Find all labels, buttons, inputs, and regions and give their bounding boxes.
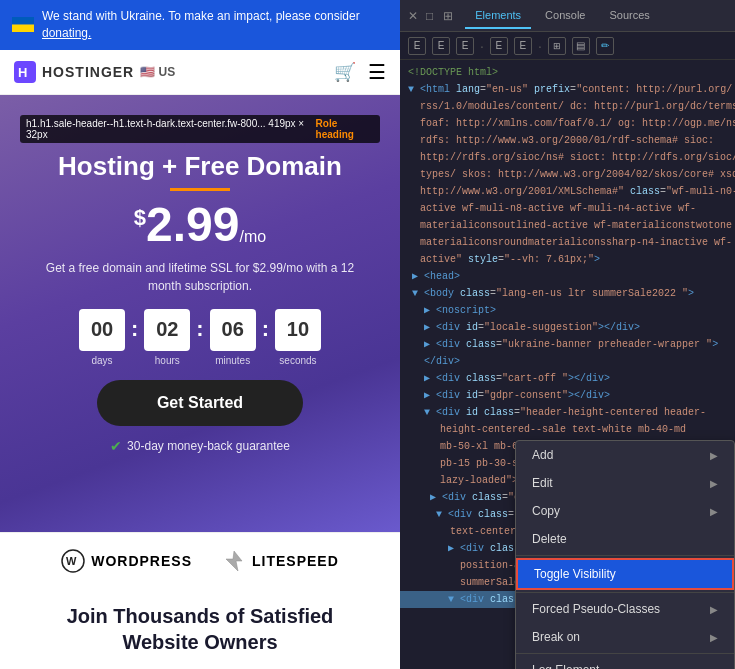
price-block: $ 2.99 /mo — [134, 201, 266, 249]
check-icon: ✔ — [110, 438, 122, 454]
tree-html-5: http://rdfs.org/sioc/ns# sioct: http://r… — [400, 149, 735, 166]
ukraine-donate-link[interactable]: donating. — [42, 26, 91, 40]
days-value: 00 — [79, 309, 125, 351]
context-menu-break-on[interactable]: Break on ▶ — [516, 623, 734, 651]
toolbar-btn-e5[interactable]: E — [514, 37, 532, 55]
wordpress-icon: W — [61, 549, 85, 573]
tree-ukraine[interactable]: ▶ <div class="ukraine-banner preheader-w… — [400, 336, 735, 353]
separator-1: : — [131, 316, 138, 342]
right-wrapper: <!DOCTYPE html> ▼ <html lang="en-us" pre… — [400, 60, 735, 669]
tooltip-bar: h1.h1.sale-header--h1.text-h-dark.text-c… — [20, 115, 380, 143]
context-menu-add[interactable]: Add ▶ — [516, 441, 734, 469]
context-menu-copy-label: Copy — [532, 504, 560, 518]
context-menu-break-label: Break on — [532, 630, 580, 644]
separator-icon: · — [480, 38, 484, 54]
hostinger-logo: H HOSTINGER 🇺🇸 US — [14, 61, 175, 83]
tab-elements[interactable]: Elements — [465, 3, 531, 29]
logos-row: W WordPress LiteSpeed — [0, 532, 400, 589]
left-panel: We stand with Ukraine. To make an impact… — [0, 0, 400, 669]
litespeed-icon — [222, 549, 246, 573]
toolbar-btn-grid[interactable]: ▤ — [572, 37, 590, 55]
countdown-timer: 00 days : 02 hours : 06 minutes : 10 sec… — [79, 309, 321, 366]
ukraine-banner: We stand with Ukraine. To make an impact… — [0, 0, 400, 50]
context-menu-log-element[interactable]: Log Element — [516, 656, 734, 669]
tree-gdpr[interactable]: ▶ <div id="gdpr-consent"></div> — [400, 387, 735, 404]
context-menu-copy[interactable]: Copy ▶ — [516, 497, 734, 525]
tree-locale[interactable]: ▶ <div id="locale-suggestion"></div> — [400, 319, 735, 336]
svg-text:H: H — [18, 65, 27, 80]
devtools-toolbar: E E E · E E · ⊞ ▤ ✏ — [400, 32, 735, 60]
tree-html-2: rss/1.0/modules/content/ dc: http://purl… — [400, 98, 735, 115]
context-menu-edit-arrow: ▶ — [710, 478, 718, 489]
tree-cart[interactable]: ▶ <div class="cart-off "></div> — [400, 370, 735, 387]
tree-html-10: materialiconsroundmaterialiconssharp-n4-… — [400, 234, 735, 251]
countdown-seconds: 10 seconds — [275, 309, 321, 366]
toolbar-btn-e3[interactable]: E — [456, 37, 474, 55]
hours-label: hours — [155, 355, 180, 366]
context-menu-delete[interactable]: Delete — [516, 525, 734, 553]
get-started-button[interactable]: Get Started — [97, 380, 303, 426]
context-menu-edit[interactable]: Edit ▶ — [516, 469, 734, 497]
hours-value: 02 — [144, 309, 190, 351]
footer-title: Join Thousands of Satisfied Website Owne… — [0, 589, 400, 669]
tree-noscript[interactable]: ▶ <noscript> — [400, 302, 735, 319]
minutes-value: 06 — [210, 309, 256, 351]
context-menu-pseudo-classes[interactable]: Forced Pseudo-Classes ▶ — [516, 595, 734, 623]
days-label: days — [91, 355, 112, 366]
tree-doctype: <!DOCTYPE html> — [400, 64, 735, 81]
context-menu-toggle-visibility-label: Toggle Visibility — [534, 567, 616, 581]
period-label: /mo — [240, 229, 267, 245]
tree-header-2: height-centered--sale text-white mb-40-m… — [400, 421, 735, 438]
tree-html-3: foaf: http://xmlns.com/foaf/0.1/ og: htt… — [400, 115, 735, 132]
seconds-value: 10 — [275, 309, 321, 351]
toolbar-btn-e1[interactable]: E — [408, 37, 426, 55]
tree-ukraine-close: </div> — [400, 353, 735, 370]
tab-sources[interactable]: Sources — [599, 3, 659, 29]
tab-console[interactable]: Console — [535, 3, 595, 29]
expand-icon[interactable]: ⊞ — [443, 9, 453, 23]
seconds-label: seconds — [279, 355, 316, 366]
minutes-label: minutes — [215, 355, 250, 366]
separator-3: : — [262, 316, 269, 342]
context-menu-toggle-visibility[interactable]: Toggle Visibility — [516, 558, 734, 590]
context-menu: Add ▶ Edit ▶ Copy ▶ Delete Toggle Visibi… — [515, 440, 735, 669]
litespeed-logo: LiteSpeed — [222, 549, 339, 573]
hostinger-logo-icon: H — [14, 61, 36, 83]
toolbar-btn-e4[interactable]: E — [490, 37, 508, 55]
toolbar-btn-print[interactable]: ⊞ — [548, 37, 566, 55]
tree-html[interactable]: ▼ <html lang="en-us" prefix="content: ht… — [400, 81, 735, 98]
wordpress-logo: W WordPress — [61, 549, 192, 573]
hero-title: Hosting + Free Domain — [58, 151, 342, 182]
wordpress-label: WordPress — [91, 553, 192, 569]
tree-header[interactable]: ▼ <div id class="header-height-centered … — [400, 404, 735, 421]
context-menu-divider-1 — [516, 555, 734, 556]
countdown-days: 00 days — [79, 309, 125, 366]
orange-divider — [170, 188, 230, 191]
minimize-icon[interactable]: □ — [426, 9, 433, 23]
menu-icon[interactable]: ☰ — [368, 60, 386, 84]
svg-text:W: W — [66, 555, 77, 567]
tree-html-6: types/ skos: http://www.w3.org/2004/02/s… — [400, 166, 735, 183]
separator-icon-2: · — [538, 38, 542, 54]
toolbar-btn-e2[interactable]: E — [432, 37, 450, 55]
toolbar-btn-edit[interactable]: ✏ — [596, 37, 614, 55]
context-menu-divider-3 — [516, 653, 734, 654]
svg-marker-6 — [226, 551, 242, 571]
tree-html-7: http://www.w3.org/2001/XMLSchema#" class… — [400, 183, 735, 200]
cart-icon[interactable]: 🛒 — [334, 61, 356, 83]
ukraine-flag-icon — [12, 17, 34, 32]
context-menu-break-arrow: ▶ — [710, 632, 718, 643]
separator-2: : — [196, 316, 203, 342]
litespeed-label: LiteSpeed — [252, 553, 339, 569]
devtools-panel: ✕ □ ⊞ Elements Console Sources E E E · E… — [400, 0, 735, 669]
context-menu-delete-label: Delete — [532, 532, 567, 546]
tree-head[interactable]: ▶ <head> — [400, 268, 735, 285]
context-menu-pseudo-arrow: ▶ — [710, 604, 718, 615]
devtools-tab-bar: ✕ □ ⊞ Elements Console Sources — [400, 0, 735, 32]
hero-subtitle: Get a free domain and lifetime SSL for $… — [46, 259, 354, 295]
tree-body[interactable]: ▼ <body class="lang-en-us ltr summerSale… — [400, 285, 735, 302]
context-menu-divider-2 — [516, 592, 734, 593]
close-icon[interactable]: ✕ — [408, 9, 418, 23]
tree-html-8: active wf-muli-n8-active wf-muli-n4-acti… — [400, 200, 735, 217]
context-menu-copy-arrow: ▶ — [710, 506, 718, 517]
